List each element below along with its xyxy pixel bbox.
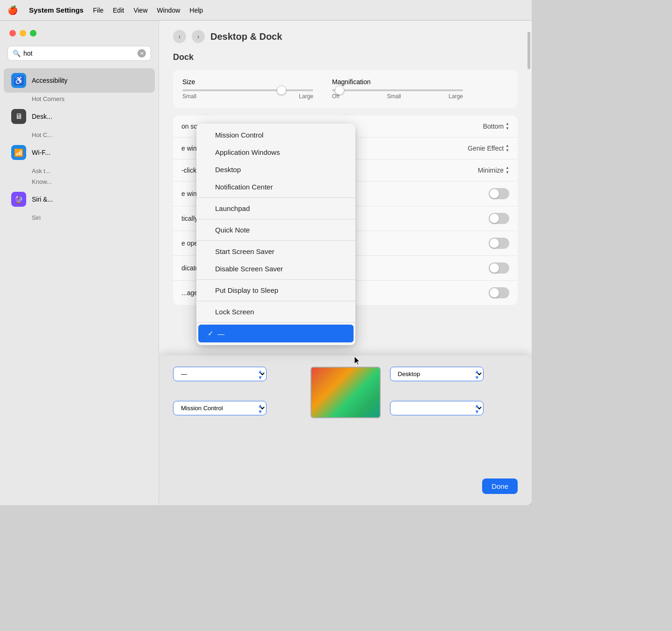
dropdown-item-quick-note[interactable]: Quick Note (196, 221, 355, 239)
select2-topright[interactable]: Desktop (390, 367, 484, 381)
dropdown-item-mission-control[interactable]: Mission Control (196, 126, 355, 144)
size-slider-track[interactable] (182, 89, 313, 91)
lock-screen-label: Lock Screen (215, 308, 254, 316)
magnification-control: Magnification Off Small Large (332, 78, 463, 100)
position-text: Bottom (483, 123, 504, 130)
dock-section-label: Dock (173, 52, 518, 62)
stepper-up-icon[interactable]: ▲ (506, 122, 509, 126)
dropdown-item-lock-screen[interactable]: Lock Screen (196, 303, 355, 320)
animate-toggle[interactable] (489, 238, 509, 249)
stepper-up3-icon[interactable]: ▲ (506, 166, 509, 170)
maximize-button[interactable] (30, 30, 36, 36)
sidebar-item-siri[interactable]: 🔮 Siri &... (4, 187, 155, 211)
dropdown-divider-2 (196, 219, 355, 219)
siri-icon: 🔮 (11, 192, 26, 207)
slider-group: Size Small Large Magnification (173, 70, 518, 108)
app-name: System Settings (29, 6, 84, 14)
put-display-sleep-label: Put Display to Sleep (215, 286, 278, 294)
main-window: 🔍 ✕ ♿ Accessibility Hot Corners 🖥 Desk..… (0, 21, 532, 505)
sidebar-item-wifi[interactable]: 📶 Wi-F... (4, 140, 155, 165)
dash-label: — (217, 330, 224, 338)
select1-topleft[interactable]: — (173, 367, 267, 381)
select3-bottomleft[interactable]: Mission Control (173, 401, 267, 415)
stepper-down-icon[interactable]: ▼ (506, 127, 509, 131)
mag-large-label: Large (448, 93, 463, 100)
dropdown-item-notification-center[interactable]: Notification Center (196, 178, 355, 196)
select3-wrapper[interactable]: Mission Control ▲▼ (173, 401, 267, 415)
select4-wrapper[interactable]: ▲▼ (390, 401, 484, 415)
done-button[interactable]: Done (482, 479, 518, 494)
indicators-toggle-knob (490, 263, 499, 273)
sidebar-sub-hotcorners-accessibility[interactable]: Hot Corners (0, 94, 159, 104)
size-large-label: Large (299, 93, 313, 100)
size-label: Size (182, 78, 313, 86)
autohide-toggle-knob (490, 214, 499, 223)
back-button[interactable]: ‹ (173, 30, 186, 43)
menu-file[interactable]: File (93, 7, 104, 14)
modal-selects-right: Desktop ▲▼ ▲▼ (390, 367, 518, 415)
sidebar-item-accessibility[interactable]: ♿ Accessibility (4, 68, 155, 93)
search-bar[interactable]: 🔍 ✕ (7, 46, 151, 61)
dropdown-item-app-windows[interactable]: Application Windows (196, 144, 355, 161)
desktop-thumbnail (311, 367, 381, 418)
mission-control-label: Mission Control (215, 131, 263, 139)
sidebar-sub-hotcorners-desktop[interactable]: Hot C... (0, 130, 159, 140)
menu-help[interactable]: Help (189, 7, 203, 14)
notification-center-label: Notification Center (215, 183, 273, 191)
modal-select-bottomleft: Mission Control ▲▼ (173, 401, 301, 415)
mag-small-label: Small (387, 93, 401, 100)
menu-window[interactable]: Window (157, 7, 181, 14)
magnification-label: Magnification (332, 78, 463, 86)
search-clear-button[interactable]: ✕ (137, 49, 146, 58)
toggle-knob (490, 189, 499, 198)
dblclick-text: Minimize (478, 167, 504, 174)
scrollbar-thumb[interactable] (527, 32, 530, 69)
dropdown-item-desktop[interactable]: Desktop (196, 161, 355, 178)
back-icon: ‹ (179, 33, 181, 40)
mag-slider-thumb[interactable] (335, 86, 344, 95)
dblclick-stepper[interactable]: ▲ ▼ (506, 166, 509, 174)
hot-corners-modal: — ▲▼ Mission Control (159, 355, 532, 505)
select1-wrapper[interactable]: — ▲▼ (173, 367, 267, 381)
stepper-up2-icon[interactable]: ▲ (506, 144, 509, 148)
dropdown-item-dash-selected[interactable]: ✓ — (198, 325, 354, 342)
size-slider-thumb[interactable] (277, 86, 286, 95)
menu-view[interactable]: View (133, 7, 147, 14)
menu-edit[interactable]: Edit (113, 7, 124, 14)
mag-slider-track[interactable] (332, 89, 463, 91)
select4-bottomright[interactable] (390, 401, 484, 415)
desktop-label: Desktop (215, 166, 241, 174)
check-icon: ✓ (208, 329, 214, 338)
app-windows-label: Application Windows (215, 148, 280, 156)
stepper-down3-icon[interactable]: ▼ (506, 171, 509, 174)
sidebar-sub-wifi-know[interactable]: Know... (0, 176, 159, 187)
modal-select-topleft: — ▲▼ (173, 367, 301, 381)
manager-toggle[interactable] (489, 287, 509, 298)
sidebar-item-desktop[interactable]: 🖥 Desk... (4, 104, 155, 129)
dropdown-divider-5 (196, 301, 355, 301)
minimize-effect-stepper[interactable]: ▲ ▼ (506, 144, 509, 152)
dropdown-item-launchpad[interactable]: Launchpad (196, 200, 355, 217)
select2-wrapper[interactable]: Desktop ▲▼ (390, 367, 484, 381)
sidebar-sub-siri[interactable]: Siri (0, 212, 159, 223)
close-button[interactable] (9, 30, 16, 36)
minimize-button[interactable] (20, 30, 26, 36)
wifi-icon: 📶 (11, 145, 26, 160)
hot-corners-dropdown: Mission Control Application Windows Desk… (196, 123, 355, 345)
forward-button[interactable]: › (192, 30, 205, 43)
position-value[interactable]: Bottom ▲ ▼ (483, 122, 509, 131)
dropdown-item-disable-screensaver[interactable]: Disable Screen Saver (196, 260, 355, 277)
autohide-toggle[interactable] (489, 213, 509, 224)
modal-selects-left: — ▲▼ Mission Control (173, 367, 301, 415)
dropdown-item-put-display-sleep[interactable]: Put Display to Sleep (196, 282, 355, 299)
apple-menu[interactable]: 🍎 (7, 5, 18, 15)
indicators-toggle[interactable] (489, 262, 509, 274)
dropdown-item-start-screensaver[interactable]: Start Screen Saver (196, 243, 355, 260)
minimize-app-toggle[interactable] (489, 188, 509, 199)
position-stepper[interactable]: ▲ ▼ (506, 122, 509, 131)
dblclick-value[interactable]: Minimize ▲ ▼ (478, 166, 509, 174)
stepper-down2-icon[interactable]: ▼ (506, 149, 509, 152)
minimize-effect-value[interactable]: Genie Effect ▲ ▼ (468, 144, 509, 152)
sidebar-sub-wifi-ask[interactable]: Ask t... (0, 166, 159, 176)
search-input[interactable] (23, 50, 135, 57)
